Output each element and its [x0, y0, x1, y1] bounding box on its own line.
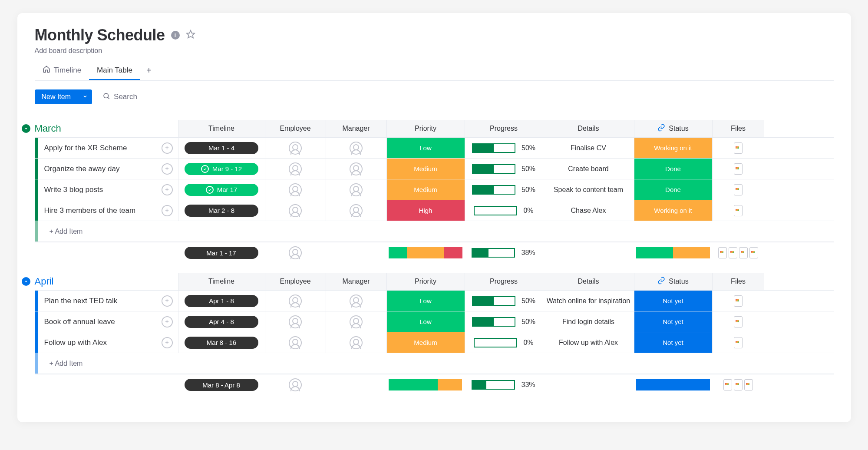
file-icon[interactable]: [734, 184, 743, 195]
column-header-status[interactable]: Status: [634, 273, 712, 290]
avatar-placeholder[interactable]: [289, 315, 302, 328]
new-item-button[interactable]: New Item: [35, 89, 78, 104]
file-icon[interactable]: [718, 247, 727, 258]
avatar-placeholder[interactable]: [350, 142, 363, 155]
details-cell[interactable]: Speak to content team: [543, 179, 634, 200]
file-icon[interactable]: [744, 379, 753, 390]
file-icon[interactable]: [723, 379, 732, 390]
add-conversation-icon[interactable]: [162, 184, 173, 195]
status-cell[interactable]: Not yet: [634, 332, 712, 353]
add-conversation-icon[interactable]: [162, 316, 173, 328]
status-cell[interactable]: Working on it: [634, 138, 712, 158]
timeline-pill[interactable]: Mar 1 - 4: [185, 142, 258, 154]
table-row[interactable]: Hire 3 members of the team Mar 2 - 8High…: [35, 200, 834, 221]
status-cell[interactable]: Working on it: [634, 200, 712, 221]
timeline-pill[interactable]: Mar 17: [185, 184, 258, 196]
table-row[interactable]: Plan the next TED talk Apr 1 - 8Low 50%W…: [35, 290, 834, 311]
add-conversation-icon[interactable]: [162, 295, 173, 307]
column-header-manager[interactable]: Manager: [326, 273, 386, 290]
column-header-employee[interactable]: Employee: [265, 273, 326, 290]
column-header-files[interactable]: Files: [712, 120, 764, 137]
file-icon[interactable]: [749, 247, 758, 258]
file-icon[interactable]: [734, 316, 743, 328]
progress-cell[interactable]: 50%: [465, 143, 543, 153]
avatar-placeholder[interactable]: [289, 142, 302, 155]
details-cell[interactable]: Follow up with Alex: [543, 332, 634, 353]
timeline-pill[interactable]: Mar 9 - 12: [185, 163, 258, 175]
file-icon[interactable]: [734, 295, 743, 307]
details-cell[interactable]: Create board: [543, 159, 634, 179]
avatar-placeholder[interactable]: [289, 336, 302, 349]
progress-cell[interactable]: 0%: [465, 338, 543, 347]
item-name[interactable]: Write 3 blog posts: [38, 185, 162, 194]
file-icon[interactable]: [739, 247, 748, 258]
file-icon[interactable]: [729, 247, 737, 258]
progress-cell[interactable]: 50%: [465, 296, 543, 306]
avatar-placeholder[interactable]: [289, 204, 302, 217]
column-header-timeline[interactable]: Timeline: [178, 273, 265, 290]
new-item-dropdown[interactable]: [78, 89, 92, 104]
table-row[interactable]: Apply for the XR Scheme Mar 1 - 4Low 50%…: [35, 137, 834, 158]
board-description[interactable]: Add board description: [35, 47, 834, 55]
add-tab-button[interactable]: +: [140, 61, 158, 80]
avatar-placeholder[interactable]: [350, 294, 363, 308]
timeline-pill[interactable]: Mar 2 - 8: [185, 205, 258, 217]
add-conversation-icon[interactable]: [162, 205, 173, 216]
timeline-pill[interactable]: Mar 8 - 16: [185, 337, 258, 349]
priority-cell[interactable]: Low: [387, 311, 465, 332]
progress-cell[interactable]: 50%: [465, 185, 543, 195]
status-cell[interactable]: Not yet: [634, 311, 712, 332]
add-conversation-icon[interactable]: [162, 142, 173, 154]
column-header-status[interactable]: Status: [634, 120, 712, 137]
progress-cell[interactable]: 50%: [465, 164, 543, 174]
avatar-placeholder[interactable]: [350, 183, 363, 196]
details-cell[interactable]: Chase Alex: [543, 200, 634, 221]
tab-main-table[interactable]: Main Table: [89, 62, 140, 80]
avatar-placeholder[interactable]: [289, 162, 302, 175]
priority-cell[interactable]: Medium: [387, 179, 465, 200]
add-conversation-icon[interactable]: [162, 163, 173, 175]
column-header-details[interactable]: Details: [543, 273, 634, 290]
item-name[interactable]: Book off annual leave: [38, 318, 162, 326]
column-header-manager[interactable]: Manager: [326, 120, 386, 137]
details-cell[interactable]: Finalise CV: [543, 138, 634, 158]
status-cell[interactable]: Not yet: [634, 291, 712, 311]
item-name[interactable]: Organize the away day: [38, 165, 162, 173]
file-icon[interactable]: [734, 379, 743, 390]
group-title[interactable]: April: [35, 276, 54, 287]
priority-cell[interactable]: High: [387, 200, 465, 221]
item-name[interactable]: Hire 3 members of the team: [38, 206, 162, 215]
column-header-files[interactable]: Files: [712, 273, 764, 290]
column-header-details[interactable]: Details: [543, 120, 634, 137]
tab-timeline[interactable]: Timeline: [35, 61, 89, 80]
star-icon[interactable]: [186, 30, 195, 41]
status-cell[interactable]: Done: [634, 159, 712, 179]
column-header-priority[interactable]: Priority: [386, 120, 465, 137]
priority-cell[interactable]: Low: [387, 291, 465, 311]
column-header-employee[interactable]: Employee: [265, 120, 326, 137]
add-item-row[interactable]: + Add Item: [35, 353, 834, 374]
details-cell[interactable]: Find login details: [543, 311, 634, 332]
group-collapse-toggle[interactable]: [22, 124, 30, 133]
item-name[interactable]: Plan the next TED talk: [38, 297, 162, 305]
avatar-placeholder[interactable]: [350, 162, 363, 175]
avatar-placeholder[interactable]: [350, 315, 363, 328]
column-header-timeline[interactable]: Timeline: [178, 120, 265, 137]
column-header-progress[interactable]: Progress: [465, 273, 543, 290]
table-row[interactable]: Follow up with Alex Mar 8 - 16Medium 0%F…: [35, 332, 834, 353]
table-row[interactable]: Book off annual leave Apr 4 - 8Low 50%Fi…: [35, 311, 834, 332]
priority-cell[interactable]: Medium: [387, 332, 465, 353]
group-title[interactable]: March: [35, 123, 61, 134]
status-cell[interactable]: Done: [634, 179, 712, 200]
avatar-placeholder[interactable]: [289, 294, 302, 308]
item-name[interactable]: Apply for the XR Scheme: [38, 144, 162, 152]
file-icon[interactable]: [734, 205, 743, 216]
timeline-pill[interactable]: Apr 1 - 8: [185, 295, 258, 307]
table-row[interactable]: Organize the away day Mar 9 - 12Medium 5…: [35, 158, 834, 179]
group-collapse-toggle[interactable]: [22, 277, 30, 286]
search-input[interactable]: Search: [102, 92, 137, 102]
progress-cell[interactable]: 50%: [465, 317, 543, 327]
details-cell[interactable]: Watch online for inspiration: [543, 291, 634, 311]
file-icon[interactable]: [734, 142, 743, 154]
column-header-progress[interactable]: Progress: [465, 120, 543, 137]
